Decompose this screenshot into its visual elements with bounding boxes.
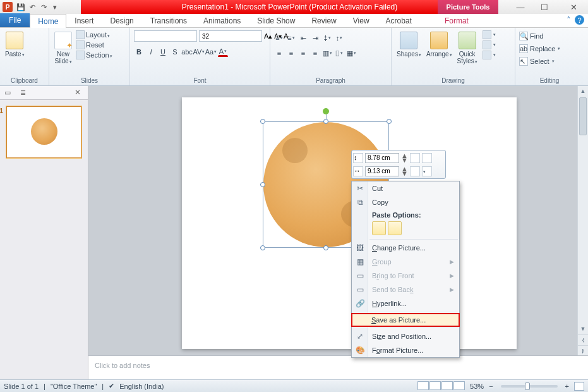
picture-styles-icon[interactable]	[422, 166, 432, 176]
increase-indent-button[interactable]: ⇥	[310, 33, 320, 43]
shadow-button[interactable]: abc	[182, 47, 192, 57]
align-text-button[interactable]: ⌷	[334, 48, 344, 58]
sorter-view-button[interactable]	[429, 381, 441, 390]
font-color-button[interactable]: A	[218, 47, 228, 57]
slide-editor[interactable]: ▲ ▼ ⦉ ⦊ Click to add notes	[88, 86, 588, 379]
cut-icon[interactable]	[28, 32, 39, 40]
ctx-save-as-picture[interactable]: Save as Picture...	[351, 313, 460, 327]
resize-handle-tl[interactable]	[260, 119, 265, 124]
font-name-input[interactable]	[134, 30, 197, 42]
redo-icon[interactable]: ↷	[39, 3, 48, 11]
shapes-button[interactable]: Shapes	[395, 30, 423, 59]
prev-slide-icon[interactable]: ⦉	[578, 334, 588, 345]
rotate-handle[interactable]	[323, 108, 329, 114]
reading-view-button[interactable]	[441, 381, 453, 390]
paste-button[interactable]: Paste	[4, 30, 26, 59]
bullets-button[interactable]: ≡	[274, 33, 284, 43]
arrange-button[interactable]: Arrange	[425, 30, 453, 59]
resize-handle-bl[interactable]	[260, 245, 265, 250]
tab-slideshow[interactable]: Slide Show	[249, 13, 303, 27]
help-icon[interactable]: ?	[575, 15, 584, 25]
status-language[interactable]: English (India)	[119, 383, 164, 390]
tab-animations[interactable]: Animations	[195, 13, 249, 27]
decrease-indent-button[interactable]: ⇤	[298, 33, 308, 43]
slide-canvas[interactable]	[182, 97, 517, 349]
tab-file[interactable]: File	[0, 13, 30, 27]
slideshow-view-button[interactable]	[453, 381, 465, 390]
resize-handle-tr[interactable]	[387, 119, 392, 124]
align-left-button[interactable]: ≡	[274, 48, 284, 58]
zoom-out-button[interactable]: −	[489, 383, 493, 390]
ctx-cut[interactable]: ✂Cut	[352, 181, 459, 195]
send-backward-icon[interactable]	[410, 166, 420, 176]
minimize-button[interactable]: —	[511, 0, 530, 14]
spellcheck-icon[interactable]: ✔	[109, 382, 114, 390]
fit-to-window-button[interactable]	[574, 382, 584, 391]
ctx-change-picture[interactable]: 🖼Change Picture...	[352, 241, 459, 255]
next-slide-icon[interactable]: ⦊	[578, 345, 588, 355]
ctx-copy[interactable]: ⧉Copy	[352, 195, 459, 209]
shape-effects-button[interactable]	[483, 51, 496, 59]
select-button[interactable]: ↖Select	[519, 56, 555, 67]
width-spinner[interactable]: ▲▼	[401, 167, 408, 176]
zoom-slider-thumb[interactable]	[525, 383, 530, 390]
format-painter-icon[interactable]	[28, 52, 39, 61]
save-icon[interactable]: 💾	[16, 3, 25, 11]
change-case-button[interactable]: Aa	[206, 47, 216, 57]
underline-button[interactable]: U	[158, 47, 168, 57]
quick-styles-button[interactable]: Quick Styles	[456, 30, 479, 66]
line-spacing-button[interactable]: ‡	[322, 33, 332, 43]
slide-thumbnail-1[interactable]: 1	[6, 106, 81, 158]
height-input[interactable]	[365, 153, 399, 163]
resize-handle-l[interactable]	[260, 182, 265, 187]
ctx-size-position[interactable]: ⤢Size and Position...	[352, 329, 459, 343]
align-center-button[interactable]: ≡	[286, 48, 296, 58]
copy-icon[interactable]	[28, 42, 39, 51]
ctx-hyperlink[interactable]: 🔗Hyperlink...	[352, 297, 459, 310]
reset-button[interactable]: Reset	[76, 40, 112, 49]
tab-home[interactable]: Home	[30, 14, 66, 28]
strikethrough-button[interactable]: S	[170, 47, 180, 57]
minimize-ribbon-icon[interactable]: ˄	[567, 15, 571, 25]
find-button[interactable]: 🔍Find	[519, 30, 543, 42]
char-spacing-button[interactable]: AV	[194, 47, 204, 57]
replace-button[interactable]: abReplace	[519, 43, 560, 54]
width-input[interactable]	[365, 166, 399, 176]
resize-handle-t[interactable]	[323, 119, 328, 124]
thumbnails-close-icon[interactable]: ✕	[70, 88, 85, 97]
italic-button[interactable]: I	[146, 47, 156, 57]
outline-tab-icon[interactable]: ≣	[15, 89, 30, 97]
scrollbar-thumb[interactable]	[579, 97, 587, 135]
zoom-in-button[interactable]: +	[565, 383, 569, 390]
zoom-level[interactable]: 53%	[470, 383, 484, 390]
qat-more-icon[interactable]: ▾	[51, 3, 59, 11]
scroll-down-icon[interactable]: ▼	[578, 324, 588, 334]
align-right-button[interactable]: ≡	[298, 48, 308, 58]
paste-option-1[interactable]	[372, 221, 386, 235]
slides-tab-icon[interactable]: ▭	[0, 89, 15, 97]
undo-icon[interactable]: ↶	[28, 3, 37, 11]
vertical-scrollbar[interactable]: ▲ ▼ ⦉ ⦊	[577, 86, 588, 355]
section-button[interactable]: Section	[76, 51, 112, 59]
close-button[interactable]: ✕	[559, 0, 588, 14]
paste-option-2[interactable]	[388, 221, 402, 235]
tab-acrobat[interactable]: Acrobat	[378, 13, 420, 27]
numbering-button[interactable]: ≡	[286, 33, 296, 43]
scroll-up-icon[interactable]: ▲	[578, 86, 588, 96]
layout-button[interactable]: Layout	[76, 30, 112, 39]
bold-button[interactable]: B	[134, 47, 144, 57]
columns-button[interactable]: ▥	[322, 48, 332, 58]
shape-outline-button[interactable]	[483, 40, 496, 49]
justify-button[interactable]: ≡	[310, 48, 320, 58]
new-slide-button[interactable]: ✦ New Slide	[53, 30, 73, 66]
notes-pane[interactable]: Click to add notes	[88, 355, 588, 379]
maximize-button[interactable]: ☐	[530, 0, 559, 14]
tab-insert[interactable]: Insert	[66, 13, 102, 27]
ctx-format-picture[interactable]: 🎨Format Picture...	[352, 343, 459, 357]
smartart-button[interactable]: ▦	[346, 48, 356, 58]
tab-design[interactable]: Design	[102, 13, 141, 27]
shape-fill-button[interactable]	[483, 30, 496, 39]
zoom-slider[interactable]	[501, 385, 558, 388]
tab-format[interactable]: Format	[436, 13, 477, 27]
crop-icon[interactable]	[410, 153, 420, 163]
